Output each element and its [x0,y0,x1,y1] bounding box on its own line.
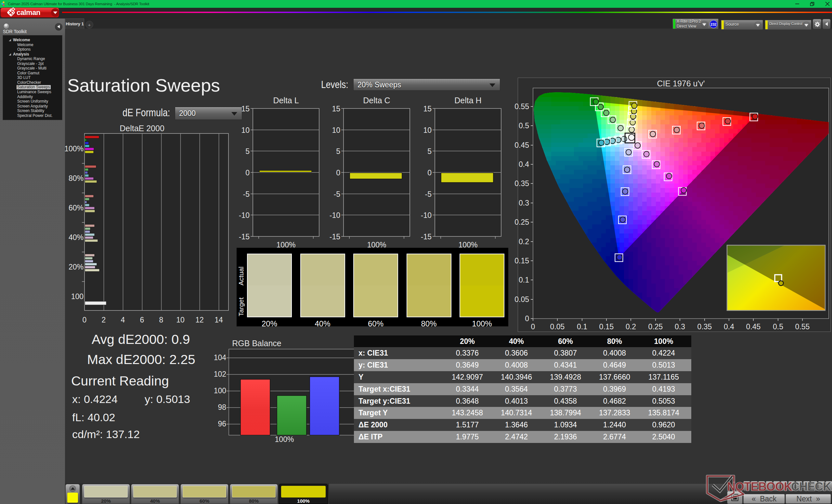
svg-text:0.35: 0.35 [698,323,712,331]
svg-text:0.25: 0.25 [648,323,663,331]
svg-text:0.55: 0.55 [795,323,810,331]
svg-text:0.1: 0.1 [577,323,587,331]
svg-text:0.3: 0.3 [675,323,685,331]
svg-text:-15: -15 [330,232,340,241]
svg-text:0.45: 0.45 [515,141,529,149]
svg-text:0: 0 [531,323,535,331]
svg-text:-5: -5 [334,190,340,198]
svg-text:0.15: 0.15 [599,323,614,331]
svg-text:-10: -10 [421,211,432,220]
svg-text:104: 104 [214,353,227,362]
svg-text:0.35: 0.35 [515,179,529,188]
svg-text:CIE 1976 u'v': CIE 1976 u'v' [657,79,705,88]
svg-text:0.1: 0.1 [519,276,529,284]
svg-text:Delta C: Delta C [363,96,390,105]
svg-text:20%: 20% [69,263,83,271]
svg-text:0: 0 [525,314,529,323]
svg-text:-5: -5 [425,190,432,198]
svg-text:5: 5 [245,147,250,156]
svg-text:DeltaE 2000: DeltaE 2000 [120,124,164,133]
svg-text:Delta H: Delta H [454,96,481,105]
svg-text:0.05: 0.05 [550,323,565,331]
svg-text:10: 10 [423,126,432,135]
svg-text:0.05: 0.05 [515,295,529,304]
svg-text:0.15: 0.15 [515,256,529,265]
svg-text:0.25: 0.25 [515,218,529,226]
svg-text:15: 15 [423,105,432,113]
svg-text:5: 5 [427,147,432,156]
svg-text:NOTEBOOK: NOTEBOOK [727,480,792,493]
svg-text:0: 0 [245,169,250,177]
svg-text:0.4: 0.4 [519,160,529,169]
svg-text:10: 10 [332,126,340,135]
svg-text:0.5: 0.5 [519,121,529,130]
svg-text:102: 102 [214,370,226,378]
svg-text:96: 96 [218,420,226,428]
svg-text:-15: -15 [421,232,432,241]
svg-text:0: 0 [427,169,432,177]
svg-text:-10: -10 [239,211,250,220]
svg-text:6: 6 [140,316,144,324]
svg-text:8: 8 [159,316,163,324]
svg-text:98: 98 [218,403,226,412]
svg-text:100: 100 [214,387,226,395]
svg-text:5: 5 [336,147,340,156]
svg-text:100: 100 [71,292,83,301]
svg-text:12: 12 [195,316,204,324]
svg-text:0: 0 [336,169,340,177]
svg-text:-10: -10 [330,211,340,220]
svg-text:0.55: 0.55 [515,102,529,111]
svg-text:4: 4 [121,316,125,324]
svg-text:14: 14 [214,316,223,324]
svg-text:0.2: 0.2 [519,237,529,246]
svg-text:0.45: 0.45 [746,323,761,331]
svg-text:Delta L: Delta L [273,96,299,105]
svg-text:10: 10 [176,316,185,324]
svg-text:CHECK: CHECK [791,480,831,493]
svg-text:RGB Balance: RGB Balance [232,339,281,348]
svg-text:100%: 100% [275,435,294,444]
svg-text:15: 15 [332,105,340,113]
svg-text:15: 15 [241,105,250,113]
svg-text:2: 2 [102,316,106,324]
svg-text:40%: 40% [69,233,83,242]
svg-text:0.2: 0.2 [626,323,636,331]
svg-text:60%: 60% [69,204,83,212]
svg-text:0.5: 0.5 [773,323,783,331]
svg-text:0.4: 0.4 [724,323,734,331]
svg-text:10: 10 [241,126,250,135]
svg-text:0.3: 0.3 [519,199,529,207]
svg-text:-15: -15 [239,232,250,241]
svg-text:calman: calman [17,8,40,17]
svg-text:0: 0 [82,316,87,324]
svg-text:80%: 80% [69,174,83,183]
svg-text:100%: 100% [64,144,83,153]
svg-text:-5: -5 [243,190,250,198]
